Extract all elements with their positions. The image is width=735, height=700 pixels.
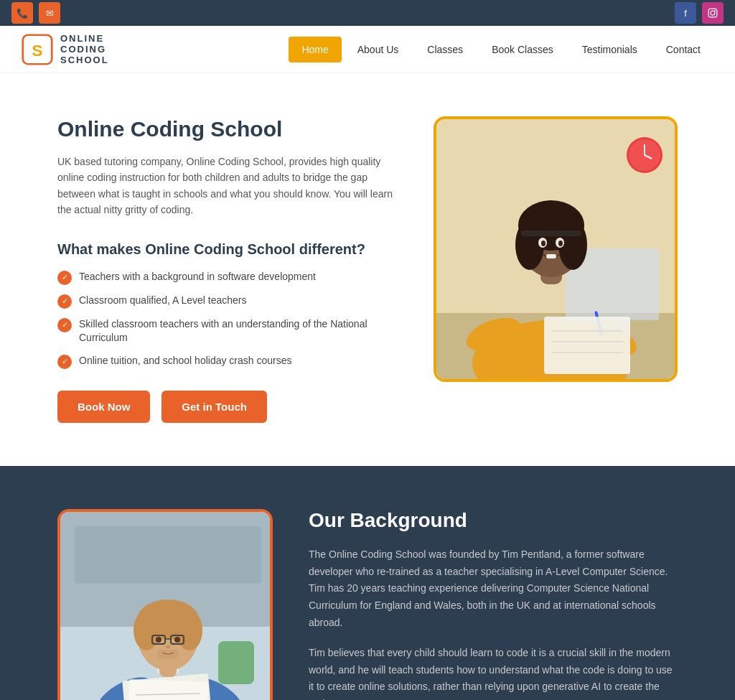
nav-contact[interactable]: Contact bbox=[653, 37, 713, 62]
svg-text:S: S bbox=[32, 41, 42, 60]
nav-book-classes[interactable]: Book Classes bbox=[479, 37, 566, 62]
hero-image bbox=[434, 116, 678, 382]
email-icon[interactable]: ✉ bbox=[39, 2, 60, 24]
checklist-item-1: ✓ Teachers with a background in software… bbox=[57, 270, 405, 285]
logo-line1: ONLINE bbox=[60, 33, 109, 44]
checklist-text-3: Skilled classroom teachers with an under… bbox=[79, 317, 405, 345]
checklist-text-4: Online tuition, and school holiday crash… bbox=[79, 354, 292, 368]
logo-line2: CODING bbox=[60, 44, 109, 55]
book-now-button[interactable]: Book Now bbox=[57, 391, 150, 423]
svg-rect-34 bbox=[218, 641, 254, 684]
get-in-touch-button[interactable]: Get in Touch bbox=[161, 391, 267, 423]
checklist-text-2: Classroom qualified, A Level teachers bbox=[79, 294, 246, 308]
phone-icon[interactable]: 📞 bbox=[11, 2, 33, 24]
svg-point-1 bbox=[711, 11, 715, 15]
background-title: Our Background bbox=[309, 509, 678, 532]
nav-classes[interactable]: Classes bbox=[414, 37, 476, 62]
hero-photo bbox=[434, 116, 678, 382]
logo-line3: SCHOOL bbox=[60, 55, 109, 65]
svg-rect-33 bbox=[75, 526, 261, 584]
nav-testimonials[interactable]: Testimonials bbox=[569, 37, 650, 62]
svg-rect-40 bbox=[128, 679, 209, 700]
hero-section: Online Coding School UK based tutoring c… bbox=[0, 73, 735, 466]
svg-point-53 bbox=[174, 637, 180, 643]
background-para2: Tim believes that every child should lea… bbox=[309, 645, 678, 700]
facebook-icon[interactable]: f bbox=[675, 2, 696, 24]
top-bar-left: 📞 ✉ bbox=[11, 2, 60, 24]
hero-subtitle: What makes Online Coding School differen… bbox=[57, 240, 405, 258]
top-bar-right: f bbox=[675, 2, 724, 24]
svg-point-2 bbox=[714, 10, 716, 11]
hero-description: UK based tutoring company, Online Coding… bbox=[57, 154, 405, 218]
checklist-item-3: ✓ Skilled classroom teachers with an und… bbox=[57, 317, 405, 345]
check-icon-3: ✓ bbox=[57, 318, 72, 332]
checklist: ✓ Teachers with a background in software… bbox=[57, 270, 405, 369]
logo-icon: S bbox=[22, 34, 53, 65]
svg-rect-23 bbox=[544, 317, 630, 374]
background-content: Our Background The Online Coding School … bbox=[309, 509, 678, 700]
checklist-item-2: ✓ Classroom qualified, A Level teachers bbox=[57, 294, 405, 309]
check-icon-2: ✓ bbox=[57, 294, 72, 309]
navbar: S ONLINE CODING SCHOOL Home About Us Cla… bbox=[0, 26, 735, 73]
nav-about[interactable]: About Us bbox=[345, 37, 412, 62]
svg-point-18 bbox=[541, 241, 546, 246]
nav-home[interactable]: Home bbox=[289, 37, 341, 62]
hero-title: Online Coding School bbox=[57, 116, 405, 142]
instagram-icon[interactable] bbox=[702, 2, 724, 24]
checklist-text-1: Teachers with a background in software d… bbox=[79, 270, 316, 284]
logo[interactable]: S ONLINE CODING SCHOOL bbox=[22, 33, 109, 65]
checklist-item-4: ✓ Online tuition, and school holiday cra… bbox=[57, 354, 405, 369]
background-photo bbox=[57, 509, 273, 700]
hero-buttons: Book Now Get in Touch bbox=[57, 391, 405, 423]
check-icon-4: ✓ bbox=[57, 355, 72, 369]
background-para1: The Online Coding School was founded by … bbox=[309, 546, 678, 632]
background-photo-svg bbox=[60, 512, 273, 700]
svg-rect-0 bbox=[708, 9, 717, 17]
logo-text: ONLINE CODING SCHOOL bbox=[60, 33, 109, 65]
background-section: Our Background The Online Coding School … bbox=[0, 466, 735, 700]
svg-rect-20 bbox=[546, 254, 556, 258]
svg-point-52 bbox=[156, 637, 161, 643]
top-bar: 📞 ✉ f bbox=[0, 0, 735, 26]
svg-rect-55 bbox=[158, 650, 178, 658]
svg-point-54 bbox=[166, 645, 170, 648]
nav-links: Home About Us Classes Book Classes Testi… bbox=[289, 37, 713, 62]
hero-photo-svg bbox=[436, 119, 678, 382]
hero-content: Online Coding School UK based tutoring c… bbox=[57, 116, 405, 423]
svg-rect-21 bbox=[521, 230, 581, 236]
svg-point-19 bbox=[558, 241, 563, 246]
check-icon-1: ✓ bbox=[57, 271, 72, 285]
